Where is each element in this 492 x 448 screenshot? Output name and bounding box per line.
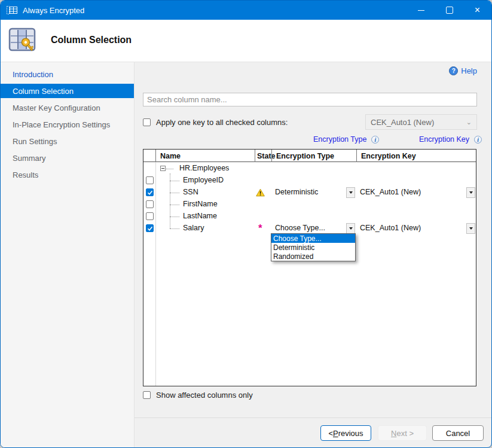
window-title: Always Encrypted xyxy=(23,6,407,15)
columns-grid: Name State Encryption Type Encryption Ke… xyxy=(143,149,476,386)
encryption-key-dropdown-button[interactable] xyxy=(466,187,475,198)
previous-button[interactable]: < Previous xyxy=(320,425,371,441)
table-row: SSN Deterministic CEK_Auto1 (New) xyxy=(143,187,476,199)
column-name: SSN xyxy=(183,188,198,196)
close-icon: × xyxy=(475,5,480,15)
warning-icon xyxy=(256,188,265,197)
encryption-type-link-label: Encryption Type xyxy=(313,135,366,144)
required-asterisk-icon: * xyxy=(258,223,262,234)
apply-one-key-label: Apply one key to all checked columns: xyxy=(156,118,288,127)
column-header-encryption-key: Encryption Key xyxy=(356,150,476,162)
sidebar-item-summary[interactable]: Summary xyxy=(1,150,134,166)
column-name: FirstName xyxy=(183,200,218,208)
dropdown-option-deterministic[interactable]: Deterministic xyxy=(271,243,355,252)
cek-key-value: CEK_Auto1 (New) xyxy=(371,118,434,127)
close-button[interactable]: × xyxy=(463,1,491,20)
show-affected-columns-label: Show affected columns only xyxy=(156,391,253,400)
encryption-type-link[interactable]: Encryption Type i xyxy=(313,135,379,144)
sidebar-item-column-selection[interactable]: Column Selection xyxy=(1,84,134,98)
table-row: EmployeeID xyxy=(143,175,476,187)
row-checkbox-lastname[interactable] xyxy=(146,212,154,220)
help-link[interactable]: ? Help xyxy=(449,66,477,75)
app-table-key-icon xyxy=(7,5,17,15)
row-checkbox-salary[interactable] xyxy=(146,224,154,232)
cek-key-dropdown[interactable]: CEK_Auto1 (New) ⌄ xyxy=(365,114,477,130)
page-header: Column Selection xyxy=(1,20,491,62)
column-header-encryption-type: Encryption Type xyxy=(271,150,356,162)
help-icon: ? xyxy=(449,66,458,75)
sidebar-item-in-place-encryption-settings[interactable]: In-Place Encryption Settings xyxy=(1,116,134,133)
maximize-button[interactable] xyxy=(435,1,463,20)
search-column-input[interactable] xyxy=(143,93,477,106)
minimize-icon xyxy=(418,10,424,11)
encryption-type-open-dropdown: Choose Type... Deterministic Randomized xyxy=(271,233,356,261)
sidebar-item-run-settings[interactable]: Run Settings xyxy=(1,133,134,150)
sidebar-item-master-key-configuration[interactable]: Master Key Configuration xyxy=(1,99,134,116)
dropdown-arrow-icon xyxy=(349,191,353,194)
row-checkbox-ssn[interactable] xyxy=(146,188,154,196)
sidebar-item-results[interactable]: Results xyxy=(1,166,134,183)
column-name: LastName xyxy=(183,212,217,220)
dropdown-arrow-icon xyxy=(349,227,353,230)
chevron-down-icon: ⌄ xyxy=(466,118,472,126)
row-checkbox-firstname[interactable] xyxy=(146,200,154,208)
next-button[interactable]: Next > xyxy=(378,425,427,441)
check-icon xyxy=(147,190,153,196)
apply-one-key-checkbox[interactable] xyxy=(143,118,151,126)
table-group-row: HR.Employees xyxy=(143,163,476,175)
encryption-type-value: Choose Type... xyxy=(275,224,325,232)
column-name: EmployeeID xyxy=(183,176,224,184)
table-group-label: HR.Employees xyxy=(179,164,229,172)
encryption-key-link[interactable]: Encryption Key i xyxy=(419,135,482,144)
encryption-key-value: CEK_Auto1 (New) xyxy=(360,188,421,196)
title-bar: Always Encrypted × xyxy=(1,1,491,20)
show-affected-columns-checkbox[interactable] xyxy=(143,391,151,399)
page-title: Column Selection xyxy=(51,35,132,45)
column-header-state: State xyxy=(255,150,271,162)
dropdown-option-randomized[interactable]: Randomized xyxy=(271,252,355,261)
dropdown-option-choose-type[interactable]: Choose Type... xyxy=(271,234,355,243)
column-name: Salary xyxy=(183,224,204,232)
info-icon[interactable]: i xyxy=(474,136,482,144)
wizard-steps-sidebar: Introduction Column Selection Master Key… xyxy=(1,62,135,448)
encryption-key-value: CEK_Auto1 (New) xyxy=(360,224,421,232)
row-checkbox-employeeid[interactable] xyxy=(146,176,154,184)
cancel-button[interactable]: Cancel xyxy=(432,425,484,441)
column-header-name: Name xyxy=(155,150,255,162)
table-row: Salary * Choose Type... CEK_Auto1 (New) xyxy=(143,223,476,234)
minimize-button[interactable] xyxy=(407,1,435,20)
table-row: FirstName xyxy=(143,199,476,211)
encryption-type-dropdown-button[interactable] xyxy=(346,187,355,198)
help-label: Help xyxy=(461,66,477,75)
dropdown-arrow-icon xyxy=(469,191,473,194)
grid-header: Name State Encryption Type Encryption Ke… xyxy=(143,150,476,162)
encryption-type-value: Deterministic xyxy=(275,188,318,196)
table-with-key-icon xyxy=(8,26,36,55)
collapse-expander-icon[interactable] xyxy=(160,166,166,171)
sidebar-item-introduction[interactable]: Introduction xyxy=(1,66,134,83)
encryption-type-dropdown-button[interactable] xyxy=(346,223,355,234)
info-icon[interactable]: i xyxy=(371,136,379,144)
check-icon xyxy=(147,225,153,231)
encryption-key-dropdown-button[interactable] xyxy=(466,223,475,234)
maximize-icon xyxy=(446,7,453,14)
always-encrypted-wizard-window: Always Encrypted × Column Selection Intr… xyxy=(0,0,492,448)
footer-divider xyxy=(135,417,492,418)
table-row: LastName xyxy=(143,211,476,223)
encryption-key-link-label: Encryption Key xyxy=(419,135,469,144)
dropdown-arrow-icon xyxy=(469,227,473,230)
